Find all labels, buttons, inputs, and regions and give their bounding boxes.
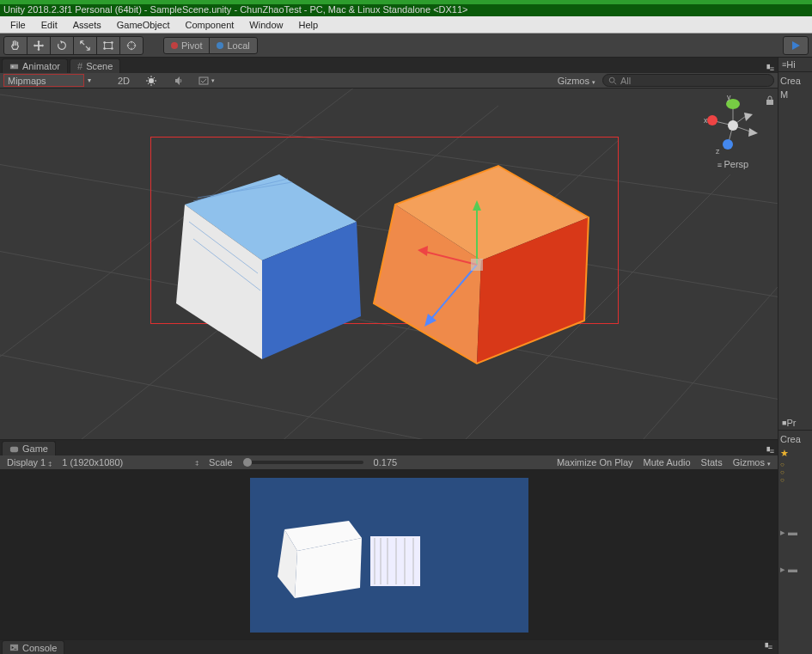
svg-point-1 [103,41,106,44]
svg-marker-47 [744,113,753,121]
rotate-tool[interactable] [50,36,74,55]
svg-rect-54 [370,536,420,586]
svg-point-8 [149,78,154,83]
svg-rect-6 [10,64,18,69]
game-icon [9,444,19,454]
menu-file[interactable]: File [3,18,33,32]
resolution-dropdown[interactable]: 1 (1920x1080) [62,457,123,468]
rect-tool[interactable] [96,36,120,55]
menu-edit[interactable]: Edit [34,18,64,32]
local-toggle[interactable]: Local [209,37,257,54]
folder-icon[interactable]: ▸ ▬ [780,527,810,538]
console-icon [9,643,19,652]
cube-orange[interactable] [344,123,610,389]
scene-control-bar: Mipmaps ▾ 2D ▾ Gizmos ▾ All [0,73,778,89]
svg-point-43 [723,139,733,150]
hand-tool[interactable] [3,36,27,55]
shading-mode-dropdown[interactable]: Mipmaps [3,74,84,87]
svg-rect-7 [12,65,14,67]
mute-toggle[interactable]: Mute Audio [644,457,691,468]
folder-icon[interactable]: ▸ ▬ [780,564,810,575]
cube-blue[interactable] [150,136,374,359]
maximize-toggle[interactable]: Maximize On Play [557,457,633,468]
pivot-toggle[interactable]: Pivot [163,37,210,54]
menu-gameobject[interactable]: GameObject [110,18,177,32]
move-tool[interactable] [27,36,51,55]
chevron-down-icon[interactable]: ▾ [88,76,91,84]
audio-toggle[interactable] [168,74,189,88]
persp-label[interactable]: Persp [724,159,749,169]
tab-scene[interactable]: # Scene [70,58,120,73]
tab-hierarchy[interactable]: ≡ Hi [778,58,812,72]
star-icon: ★ [780,448,810,459]
game-viewport[interactable] [0,470,778,639]
play-button[interactable] [783,36,809,55]
menu-component[interactable]: Component [178,18,241,32]
display-dropdown[interactable]: Display 1 ‡ [7,457,52,468]
svg-rect-50 [10,446,18,451]
console-panel: Console ▝≡ [0,639,778,654]
game-control-bar: Display 1 ‡ 1 (1920x1080) ‡ Scale 0.175 … [0,455,778,470]
scale-value: 0.175 [374,457,398,468]
menu-bar: File Edit Assets GameObject Component Wi… [0,16,812,34]
lock-icon[interactable] [766,95,774,106]
search-icon [608,76,617,85]
svg-point-3 [103,47,106,50]
game-gizmos-dropdown[interactable]: Gizmos ▾ [733,457,771,468]
svg-rect-37 [471,259,483,271]
svg-point-48 [728,120,738,131]
main-toolbar: Pivot Local [0,34,812,58]
scene-icon: # [77,61,82,71]
scale-label: Scale [209,457,233,468]
svg-point-10 [609,77,614,83]
orientation-gizmo[interactable]: x y z ≡ Persp [699,95,767,169]
menu-help[interactable]: Help [291,18,325,32]
tab-menu-icon[interactable]: ▝≡ [762,643,778,651]
scene-viewport[interactable]: x y z ≡ Persp [0,89,778,439]
tab-menu-icon[interactable]: ▝≡ [764,447,774,455]
game-tabs: Game ▝≡ [0,440,778,455]
fx-dropdown[interactable]: ▾ [196,74,217,88]
svg-rect-0 [105,42,113,48]
menu-assets[interactable]: Assets [66,18,108,32]
gizmos-dropdown[interactable]: Gizmos ▾ [558,76,595,86]
2d-toggle[interactable]: 2D [113,74,134,88]
animator-icon [9,62,19,71]
search-input[interactable]: All [602,74,774,87]
tab-menu-icon[interactable]: ▝≡ [764,64,774,73]
svg-point-4 [111,47,113,50]
tab-console[interactable]: Console [2,640,64,655]
svg-marker-45 [748,128,758,137]
scale-slider[interactable] [243,461,363,464]
lighting-toggle[interactable] [141,74,162,88]
svg-rect-9 [199,77,208,84]
scale-tool[interactable] [73,36,97,55]
svg-point-41 [707,115,717,125]
scene-tabs: Animator # Scene ▝≡ [0,58,778,73]
svg-rect-49 [766,100,773,105]
tab-game[interactable]: Game [2,441,56,455]
tab-animator[interactable]: Animator [2,58,68,73]
menu-window[interactable]: Window [242,18,290,32]
svg-point-2 [111,41,113,44]
stats-toggle[interactable]: Stats [701,457,723,468]
window-title: Unity 2018.2.3f1 Personal (64bit) - Samp… [0,4,812,16]
right-panel[interactable]: ≡ Hi Crea M ■ Pr Crea ★ ○ ○ ○ ▸ ▬ ▸ ▬ [778,58,812,654]
transform-tool[interactable] [119,36,143,55]
tab-project[interactable]: ■ Pr [778,416,812,431]
